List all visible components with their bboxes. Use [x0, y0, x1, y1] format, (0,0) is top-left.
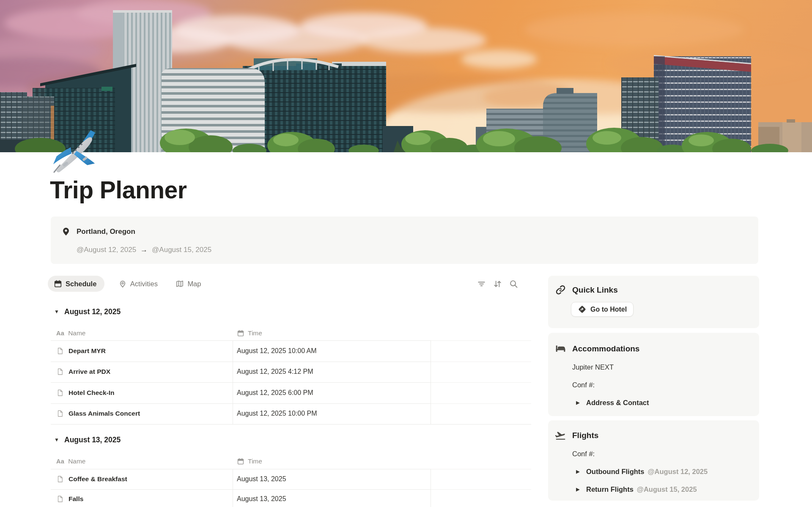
trip-date-range: @August 12, 2025→@August 15, 2025 [77, 246, 211, 254]
text-property-icon: Aa [56, 458, 64, 465]
page-icon [56, 495, 64, 503]
go-to-hotel-button[interactable]: Go to Hotel [571, 302, 634, 317]
link-icon [555, 284, 566, 296]
tab-activities[interactable]: Activities [116, 276, 160, 292]
view-tabs: Schedule Activities Map [48, 276, 531, 293]
trip-location: Portland, Oregon [77, 227, 135, 236]
sort-icon[interactable] [493, 279, 502, 289]
chevron-right-icon: ▶ [576, 484, 582, 495]
row-time: August 12, 2025 4:12 PM [237, 368, 313, 375]
table-row[interactable]: Hotel Check-In August 12, 2025 6:00 PM [51, 382, 531, 403]
location-callout: Portland, Oregon @August 12, 2025→@Augus… [51, 217, 758, 264]
column-header-time[interactable]: Time [233, 326, 431, 340]
page-icon [56, 475, 64, 483]
tab-schedule[interactable]: Schedule [48, 276, 104, 292]
chevron-right-icon: ▶ [576, 466, 582, 477]
hotel-name: Jupiter NEXT [572, 362, 614, 373]
row-title: Hotel Check-In [69, 389, 115, 397]
flight-departure-icon [555, 430, 566, 441]
page-icon [56, 389, 64, 397]
flights-card: Flights Conf #: ▶ Outbound Flights @Augu… [548, 420, 759, 501]
pin-icon [118, 280, 127, 288]
filter-icon[interactable] [477, 279, 486, 289]
location-pin-icon [61, 226, 71, 236]
table-header-row: Aa Name Time [51, 454, 531, 469]
outbound-flights-toggle[interactable]: ▶ Outbound Flights @August 12, 2025 [576, 466, 708, 477]
column-header-name[interactable]: Aa Name [51, 454, 233, 469]
section-toggle-august-13[interactable]: ▼ August 13, 2025 [51, 435, 121, 445]
chevron-down-icon: ▼ [54, 309, 60, 315]
tab-schedule-label: Schedule [66, 280, 96, 288]
accommodations-title: Accommodations [572, 344, 639, 354]
row-title: Glass Animals Concert [69, 410, 140, 417]
return-flights-toggle[interactable]: ▶ Return Flights @August 15, 2025 [576, 484, 697, 495]
outbound-date-mention[interactable]: @August 12, 2025 [647, 466, 708, 477]
page-title[interactable]: Trip Planner [50, 176, 187, 204]
quick-links-card: Quick Links Go to Hotel [548, 276, 759, 328]
directions-icon [578, 305, 587, 314]
chevron-down-icon: ▼ [54, 437, 60, 443]
schedule-table-august-13: Aa Name Time Coffee & Breakfast August 1… [51, 454, 531, 507]
confirmation-label: Conf #: [572, 379, 595, 391]
tab-activities-label: Activities [130, 280, 158, 288]
accommodations-card: Accommodations Jupiter NEXT Conf #: ▶ Ad… [548, 333, 759, 416]
table-row[interactable]: Glass Animals Concert August 12, 2025 10… [51, 403, 531, 425]
table-header-row: Aa Name Time [51, 326, 531, 340]
section-date-label: August 13, 2025 [64, 436, 121, 444]
row-time: August 12, 2025 10:00 AM [237, 347, 317, 355]
arrow-glyph: → [140, 246, 148, 254]
text-property-icon: Aa [56, 330, 64, 337]
section-date-label: August 12, 2025 [64, 307, 121, 316]
table-row[interactable]: Falls August 13, 2025 [51, 489, 531, 507]
calendar-icon [237, 458, 244, 465]
cover-image [0, 0, 812, 152]
search-icon[interactable] [509, 279, 518, 289]
row-time: August 13, 2025 [237, 475, 286, 483]
map-icon [176, 280, 184, 288]
table-toolbar [477, 279, 518, 289]
table-row[interactable]: Depart MYR August 12, 2025 10:00 AM [51, 340, 531, 362]
flights-title: Flights [572, 431, 598, 440]
row-time: August 12, 2025 6:00 PM [237, 389, 313, 397]
row-title: Arrive at PDX [69, 368, 110, 375]
column-header-name[interactable]: Aa Name [51, 326, 233, 340]
end-date-mention[interactable]: @August 15, 2025 [152, 246, 211, 254]
row-title: Falls [69, 495, 83, 503]
row-title: Coffee & Breakfast [69, 475, 127, 483]
schedule-table-august-12: Aa Name Time Depart MYR August 12, 2025 … [51, 326, 531, 424]
row-title: Depart MYR [69, 347, 106, 355]
go-to-hotel-label: Go to Hotel [590, 306, 627, 313]
trip-planner-page: Trip Planner Portland, Oregon @August 12… [0, 0, 812, 507]
return-date-mention[interactable]: @August 15, 2025 [637, 484, 697, 495]
table-row[interactable]: Arrive at PDX August 12, 2025 4:12 PM [51, 362, 531, 383]
start-date-mention[interactable]: @August 12, 2025 [77, 246, 136, 254]
page-icon [56, 347, 64, 355]
row-time: August 13, 2025 [237, 495, 286, 503]
chevron-right-icon: ▶ [576, 397, 582, 408]
table-row[interactable]: Coffee & Breakfast August 13, 2025 [51, 469, 531, 489]
address-contact-toggle[interactable]: ▶ Address & Contact [576, 397, 649, 408]
quick-links-title: Quick Links [572, 285, 618, 295]
bed-icon [555, 343, 566, 354]
tab-map[interactable]: Map [173, 276, 203, 292]
page-icon [56, 368, 64, 375]
column-header-time[interactable]: Time [233, 454, 431, 469]
confirmation-label: Conf #: [572, 448, 595, 460]
calendar-icon [237, 329, 244, 337]
page-icon [56, 410, 64, 417]
tab-map-label: Map [187, 280, 201, 288]
calendar-icon [54, 280, 62, 288]
row-time: August 12, 2025 10:00 PM [237, 410, 317, 417]
portland-skyline-illustration [0, 0, 812, 152]
section-toggle-august-12[interactable]: ▼ August 12, 2025 [51, 307, 121, 317]
